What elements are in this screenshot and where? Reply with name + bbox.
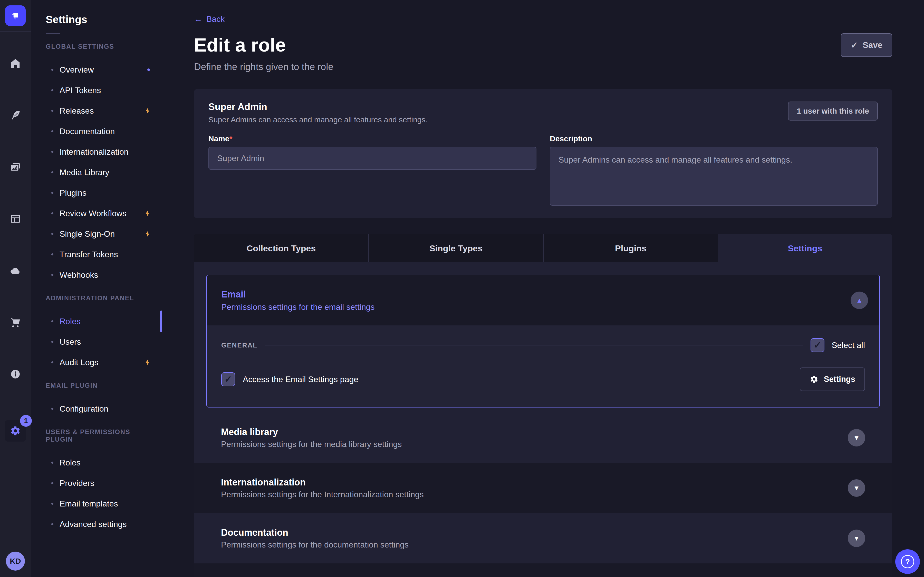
subnav-divider <box>46 33 60 34</box>
sidebar-item-releases[interactable]: Releases <box>31 100 162 121</box>
global-settings-list: Overview API Tokens Releases Documentati… <box>31 60 162 285</box>
sidebar-item-plugins[interactable]: Plugins <box>31 182 162 203</box>
chevron-down-button[interactable]: ▼ <box>848 429 865 446</box>
app-root: 1 KD Settings GLOBAL SETTINGS Overview A… <box>0 0 924 577</box>
section-label-users-permissions-plugin: USERS & PERMISSIONS PLUGIN <box>46 428 147 443</box>
role-name-heading: Super Admin <box>208 102 428 112</box>
sidebar-item-advanced-settings[interactable]: Advanced settings <box>31 514 162 534</box>
email-settings-button[interactable]: Settings <box>800 367 865 391</box>
tab-plugins[interactable]: Plugins <box>544 234 718 262</box>
sidebar-item-media-library[interactable]: Media Library <box>31 162 162 182</box>
sidebar-item-transfer-tokens[interactable]: Transfer Tokens <box>31 244 162 265</box>
sidebar-item-internationalization[interactable]: Internationalization <box>31 142 162 162</box>
subnav-title: Settings <box>46 13 162 26</box>
logo-box <box>0 0 31 32</box>
accordion-email-title: Email <box>221 289 375 300</box>
role-name-input[interactable] <box>208 147 536 170</box>
bullet-icon <box>51 341 53 343</box>
help-button[interactable]: ? <box>895 549 920 574</box>
role-description-input[interactable]: Super Admins can access and manage all f… <box>550 147 878 206</box>
sidebar-item-configuration[interactable]: Configuration <box>31 398 162 419</box>
administration-panel-list: Roles Users Audit Logs <box>31 311 162 372</box>
group-divider-line <box>265 345 803 345</box>
sidebar-item-review-workflows[interactable]: Review Workflows <box>31 203 162 224</box>
sidebar-item-email-templates[interactable]: Email templates <box>31 493 162 514</box>
back-link[interactable]: ← Back <box>194 14 225 24</box>
settings-gear-icon[interactable]: 1 <box>5 420 26 442</box>
accordion-row-documentation[interactable]: Documentation Permissions settings for t… <box>194 513 892 563</box>
page-subtitle: Define the rights given to the role <box>194 61 892 73</box>
bullet-icon <box>51 462 53 464</box>
accordion-title: Media library <box>221 427 402 437</box>
info-icon[interactable] <box>10 368 21 380</box>
feather-icon[interactable] <box>10 109 21 121</box>
save-button[interactable]: ✓ Save <box>841 33 892 57</box>
accordion-subtitle: Permissions settings for the media libra… <box>221 440 402 449</box>
chevron-down-button[interactable]: ▼ <box>848 479 865 497</box>
bullet-icon <box>51 482 53 484</box>
select-all-checkbox[interactable]: ✓ <box>811 338 824 352</box>
title-row: Edit a role ✓ Save <box>194 33 892 57</box>
tab-settings[interactable]: Settings <box>718 234 892 262</box>
access-email-settings-label: Access the Email Settings page <box>243 375 358 384</box>
name-label: Name* <box>208 134 536 143</box>
bullet-icon <box>51 274 53 276</box>
users-permissions-list: Roles Providers Email templates Advanced… <box>31 452 162 534</box>
permissions-tabs: Collection Types Single Types Plugins Se… <box>194 234 892 262</box>
chevron-down-icon: ▼ <box>853 434 860 442</box>
bullet-icon <box>51 233 53 235</box>
rail-icon-nav: 1 <box>0 32 31 545</box>
home-icon[interactable] <box>10 58 21 69</box>
access-email-settings-checkbox[interactable]: ✓ <box>221 372 235 386</box>
notification-dot-icon <box>147 68 150 71</box>
accordion-email-header[interactable]: Email Permissions settings for the email… <box>207 275 879 326</box>
accordion-email-body: GENERAL ✓ Select all ✓ Access the Email … <box>207 326 879 407</box>
lightning-icon <box>144 230 152 238</box>
back-arrow-icon: ← <box>194 14 202 24</box>
sidebar-item-roles[interactable]: Roles <box>31 311 162 332</box>
cart-icon[interactable] <box>10 316 21 328</box>
cloud-icon[interactable] <box>10 265 21 276</box>
accordion-row-plugins-and-marketplace[interactable]: Plugins and marketplace ▼ <box>194 563 892 577</box>
sidebar-item-overview[interactable]: Overview <box>31 60 162 80</box>
sidebar-item-documentation[interactable]: Documentation <box>31 121 162 142</box>
accordion-row-media-library[interactable]: Media library Permissions settings for t… <box>194 413 892 463</box>
accordion-subtitle: Permissions settings for the Internation… <box>221 490 424 499</box>
select-all-label: Select all <box>832 340 865 350</box>
media-library-icon[interactable] <box>10 161 21 173</box>
role-card-header: Super Admin Super Admins can access and … <box>208 102 878 124</box>
bullet-icon <box>51 110 53 112</box>
gear-icon <box>809 375 819 384</box>
accordion-title: Documentation <box>221 527 409 538</box>
tab-collection-types[interactable]: Collection Types <box>194 234 369 262</box>
sidebar-item-single-sign-on[interactable]: Single Sign-On <box>31 224 162 244</box>
accordion-row-internationalization[interactable]: Internationalization Permissions setting… <box>194 463 892 513</box>
name-field-group: Name* <box>208 134 536 207</box>
chevron-down-icon: ▼ <box>853 484 860 492</box>
role-form-fields: Name* Description Super Admins can acces… <box>208 134 878 207</box>
sidebar-item-api-tokens[interactable]: API Tokens <box>31 80 162 100</box>
check-icon: ✓ <box>225 374 232 385</box>
tab-single-types[interactable]: Single Types <box>369 234 544 262</box>
strapi-logo-icon[interactable] <box>5 5 26 26</box>
sidebar-item-providers[interactable]: Providers <box>31 473 162 493</box>
sidebar-item-up-roles[interactable]: Roles <box>31 452 162 473</box>
bullet-icon <box>51 192 53 194</box>
required-asterisk: * <box>229 134 233 143</box>
chevron-up-button[interactable]: ▲ <box>851 292 868 309</box>
role-description-text: Super Admins can access and manage all f… <box>208 115 428 124</box>
question-mark-icon: ? <box>901 555 914 568</box>
lightning-icon <box>144 210 152 217</box>
sidebar-item-users[interactable]: Users <box>31 332 162 352</box>
avatar[interactable]: KD <box>6 551 25 571</box>
layout-icon[interactable] <box>10 213 21 225</box>
chevron-down-button[interactable]: ▼ <box>848 530 865 547</box>
bullet-icon <box>51 130 53 132</box>
sidebar-item-webhooks[interactable]: Webhooks <box>31 265 162 285</box>
notifications-badge: 1 <box>20 415 32 427</box>
sidebar-item-audit-logs[interactable]: Audit Logs <box>31 352 162 372</box>
settings-permissions-panel: Email Permissions settings for the email… <box>194 262 892 577</box>
avatar-box: KD <box>0 545 31 577</box>
bullet-icon <box>51 89 53 91</box>
users-with-role-button[interactable]: 1 user with this role <box>788 102 878 121</box>
